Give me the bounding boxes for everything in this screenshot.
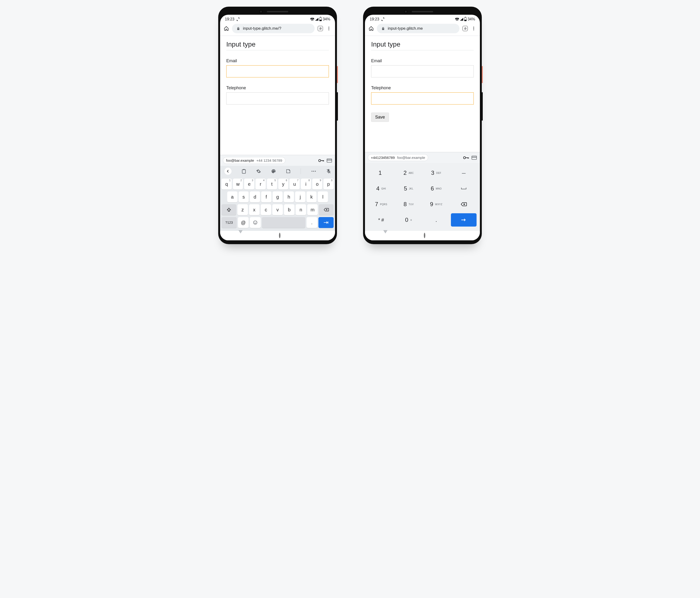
key-5[interactable]: 5JKL bbox=[396, 182, 422, 195]
key-x[interactable]: x bbox=[249, 204, 259, 215]
address-bar[interactable]: input-type.glitch.me bbox=[377, 24, 459, 33]
browser-toolbar: input-type.glitch.me/? :D bbox=[220, 22, 335, 35]
browser-toolbar: input-type.glitch.me :D bbox=[365, 22, 480, 35]
key-g[interactable]: g bbox=[273, 192, 283, 202]
email-input[interactable] bbox=[226, 65, 329, 77]
key-i[interactable]: i8 bbox=[301, 179, 311, 190]
key-w[interactable]: w2 bbox=[233, 179, 243, 190]
key-s[interactable]: s bbox=[239, 192, 249, 202]
nav-back-icon[interactable] bbox=[239, 233, 243, 238]
key-e[interactable]: e3 bbox=[244, 179, 254, 190]
key-v[interactable]: v bbox=[272, 204, 283, 215]
key-q[interactable]: q1 bbox=[222, 179, 232, 190]
key-r[interactable]: r4 bbox=[255, 179, 266, 190]
key-at[interactable]: @ bbox=[238, 217, 249, 228]
key-star-hash[interactable]: * # bbox=[368, 213, 394, 227]
page-content: Input type Email Telephone Save bbox=[365, 36, 480, 152]
key-o[interactable]: o9 bbox=[312, 179, 322, 190]
payment-card-icon[interactable] bbox=[471, 155, 477, 160]
more-icon[interactable] bbox=[311, 170, 316, 172]
key-period[interactable]: . bbox=[306, 217, 318, 228]
telephone-input[interactable] bbox=[226, 92, 329, 104]
svg-point-14 bbox=[256, 222, 256, 222]
nav-home-icon[interactable] bbox=[424, 233, 425, 238]
tabs-button[interactable]: :D bbox=[462, 26, 468, 31]
key-numpad-next[interactable] bbox=[451, 213, 477, 227]
key-2[interactable]: 2ABC bbox=[396, 166, 422, 179]
svg-rect-7 bbox=[243, 169, 245, 170]
field-telephone: Telephone bbox=[226, 85, 329, 104]
numpad-row-3: 7PQRS 8TUV 9WXYZ bbox=[368, 198, 477, 211]
password-key-icon[interactable] bbox=[463, 155, 469, 160]
autofill-email: foo@bar.example bbox=[397, 155, 425, 159]
svg-point-12 bbox=[254, 221, 257, 224]
key-y[interactable]: y6 bbox=[278, 179, 289, 190]
kb-divider bbox=[301, 168, 301, 174]
key-t[interactable]: t5 bbox=[267, 179, 277, 190]
keyboard-numpad: +44123456789 foo@bar.example 1 2ABC bbox=[365, 152, 480, 231]
home-icon[interactable] bbox=[223, 26, 229, 31]
key-emoji[interactable] bbox=[250, 217, 261, 228]
key-7[interactable]: 7PQRS bbox=[368, 198, 394, 211]
key-numpad-period[interactable]: . bbox=[423, 213, 449, 227]
palette-icon[interactable] bbox=[271, 169, 276, 174]
key-c[interactable]: c bbox=[261, 204, 271, 215]
key-3[interactable]: 3DEF bbox=[423, 166, 449, 179]
key-minus[interactable]: – bbox=[451, 166, 477, 179]
key-h[interactable]: h bbox=[284, 192, 294, 202]
key-next[interactable] bbox=[319, 217, 334, 228]
key-shift[interactable] bbox=[222, 204, 236, 215]
keyboard-qwerty: foo@bar.example +44 1234 56789 bbox=[220, 155, 335, 231]
system-navbar bbox=[365, 231, 480, 240]
home-icon[interactable] bbox=[368, 26, 374, 31]
key-b[interactable]: b bbox=[284, 204, 295, 215]
key-u[interactable]: u7 bbox=[290, 179, 300, 190]
field-email: Email bbox=[226, 58, 329, 77]
tabs-button[interactable]: :D bbox=[318, 26, 323, 31]
gear-icon[interactable] bbox=[256, 169, 261, 174]
key-symbols[interactable]: ?123 bbox=[222, 217, 237, 228]
key-k[interactable]: k bbox=[306, 192, 317, 202]
key-4[interactable]: 4GHI bbox=[368, 182, 394, 195]
key-numpad-space[interactable] bbox=[451, 182, 477, 195]
autofill-phone: +44123456789 bbox=[371, 155, 395, 159]
battery-pct: 34% bbox=[468, 17, 475, 21]
email-input[interactable] bbox=[371, 65, 474, 77]
overflow-menu-icon[interactable] bbox=[471, 26, 477, 31]
key-a[interactable]: a bbox=[227, 192, 238, 202]
key-l[interactable]: l bbox=[318, 192, 328, 202]
save-button[interactable]: Save bbox=[371, 113, 389, 122]
system-navbar bbox=[220, 231, 335, 240]
key-d[interactable]: d bbox=[250, 192, 260, 202]
hourglass-icon bbox=[237, 18, 239, 21]
key-space[interactable] bbox=[262, 217, 305, 228]
key-8[interactable]: 8TUV bbox=[396, 198, 422, 211]
autofill-chip[interactable]: foo@bar.example +44 1234 56789 bbox=[223, 157, 285, 164]
key-z[interactable]: z bbox=[238, 204, 248, 215]
key-backspace[interactable] bbox=[319, 204, 334, 215]
nav-home-icon[interactable] bbox=[279, 233, 280, 238]
telephone-input[interactable] bbox=[371, 92, 474, 104]
key-numpad-backspace[interactable] bbox=[451, 198, 477, 211]
overflow-menu-icon[interactable] bbox=[326, 26, 332, 31]
key-f[interactable]: f bbox=[261, 192, 271, 202]
kb-back-icon[interactable] bbox=[224, 168, 231, 175]
key-0[interactable]: 0+ bbox=[396, 213, 422, 227]
page-content: Input type Email Telephone bbox=[220, 36, 335, 155]
address-bar[interactable]: input-type.glitch.me/? bbox=[232, 24, 315, 33]
clipboard-icon[interactable] bbox=[242, 169, 246, 174]
payment-card-icon[interactable] bbox=[326, 158, 332, 164]
key-p[interactable]: p0 bbox=[323, 179, 334, 190]
nav-back-icon[interactable] bbox=[383, 233, 388, 238]
key-j[interactable]: j bbox=[295, 192, 305, 202]
autofill-chip[interactable]: +44123456789 foo@bar.example bbox=[368, 154, 428, 161]
mic-off-icon[interactable] bbox=[326, 169, 331, 174]
password-key-icon[interactable] bbox=[319, 158, 324, 164]
key-9[interactable]: 9WXYZ bbox=[423, 198, 449, 211]
key-1[interactable]: 1 bbox=[368, 166, 394, 179]
key-m[interactable]: m bbox=[307, 204, 318, 215]
battery-pct: 34% bbox=[323, 17, 330, 21]
key-n[interactable]: n bbox=[296, 204, 306, 215]
key-6[interactable]: 6MNO bbox=[423, 182, 449, 195]
sticker-icon[interactable] bbox=[286, 169, 291, 173]
